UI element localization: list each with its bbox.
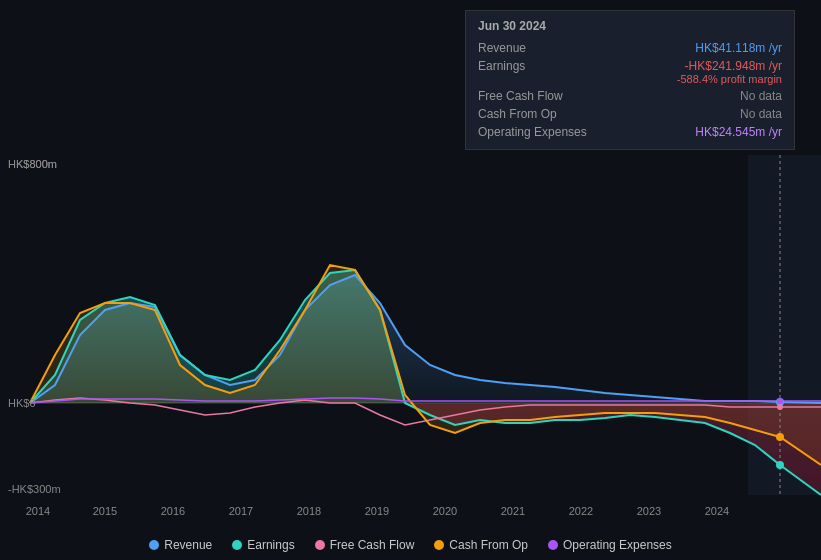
svg-text:HK$0: HK$0	[8, 397, 36, 409]
legend-item-revenue: Revenue	[149, 538, 212, 552]
svg-text:2018: 2018	[297, 505, 321, 517]
tooltip-value-cashfromop: No data	[740, 107, 782, 121]
tooltip-label-cashfromop: Cash From Op	[478, 107, 588, 121]
tooltip-label-opex: Operating Expenses	[478, 125, 588, 139]
svg-point-20	[777, 398, 783, 404]
tooltip-date: Jun 30 2024	[478, 19, 782, 33]
svg-text:-HK$300m: -HK$300m	[8, 483, 61, 495]
svg-point-18	[777, 404, 783, 410]
svg-point-17	[776, 461, 784, 469]
tooltip-label-fcf: Free Cash Flow	[478, 89, 588, 103]
svg-text:2023: 2023	[637, 505, 661, 517]
legend-dot-cashfromop	[434, 540, 444, 550]
svg-point-19	[776, 433, 784, 441]
tooltip-value-revenue: HK$41.118m /yr	[695, 41, 782, 55]
svg-text:2015: 2015	[93, 505, 117, 517]
svg-text:2022: 2022	[569, 505, 593, 517]
svg-text:2017: 2017	[229, 505, 253, 517]
legend-label-revenue: Revenue	[164, 538, 212, 552]
legend-label-opex: Operating Expenses	[563, 538, 672, 552]
y-label-800m: HK$800m	[8, 158, 57, 170]
chart-container: Jun 30 2024 Revenue HK$41.118m /yr Earni…	[0, 0, 821, 560]
legend-dot-fcf	[315, 540, 325, 550]
tooltip-row-fcf: Free Cash Flow No data	[478, 87, 782, 105]
tooltip-value-opex: HK$24.545m /yr	[695, 125, 782, 139]
tooltip-row-cashfromop: Cash From Op No data	[478, 105, 782, 123]
legend-label-cashfromop: Cash From Op	[449, 538, 528, 552]
svg-text:2019: 2019	[365, 505, 389, 517]
tooltip-value-earnings: -HK$241.948m /yr	[677, 59, 782, 73]
legend-item-opex: Operating Expenses	[548, 538, 672, 552]
svg-text:2014: 2014	[26, 505, 50, 517]
legend-dot-opex	[548, 540, 558, 550]
chart-svg: HK$0 -HK$300m 2014 2015 2016 2017 2018 2…	[0, 155, 821, 550]
legend-item-earnings: Earnings	[232, 538, 294, 552]
legend-label-fcf: Free Cash Flow	[330, 538, 415, 552]
svg-text:2016: 2016	[161, 505, 185, 517]
svg-text:2020: 2020	[433, 505, 457, 517]
svg-text:2024: 2024	[705, 505, 729, 517]
tooltip-label-revenue: Revenue	[478, 41, 588, 55]
tooltip-row-opex: Operating Expenses HK$24.545m /yr	[478, 123, 782, 141]
tooltip-value-fcf: No data	[740, 89, 782, 103]
svg-text:2021: 2021	[501, 505, 525, 517]
tooltip-card: Jun 30 2024 Revenue HK$41.118m /yr Earni…	[465, 10, 795, 150]
tooltip-label-earnings: Earnings	[478, 59, 588, 73]
legend-item-fcf: Free Cash Flow	[315, 538, 415, 552]
tooltip-profit-margin: -588.4% profit margin	[677, 73, 782, 85]
legend-item-cashfromop: Cash From Op	[434, 538, 528, 552]
legend-dot-revenue	[149, 540, 159, 550]
legend-label-earnings: Earnings	[247, 538, 294, 552]
tooltip-row-revenue: Revenue HK$41.118m /yr	[478, 39, 782, 57]
legend-dot-earnings	[232, 540, 242, 550]
chart-legend: Revenue Earnings Free Cash Flow Cash Fro…	[0, 538, 821, 552]
tooltip-row-earnings: Earnings -HK$241.948m /yr -588.4% profit…	[478, 57, 782, 87]
